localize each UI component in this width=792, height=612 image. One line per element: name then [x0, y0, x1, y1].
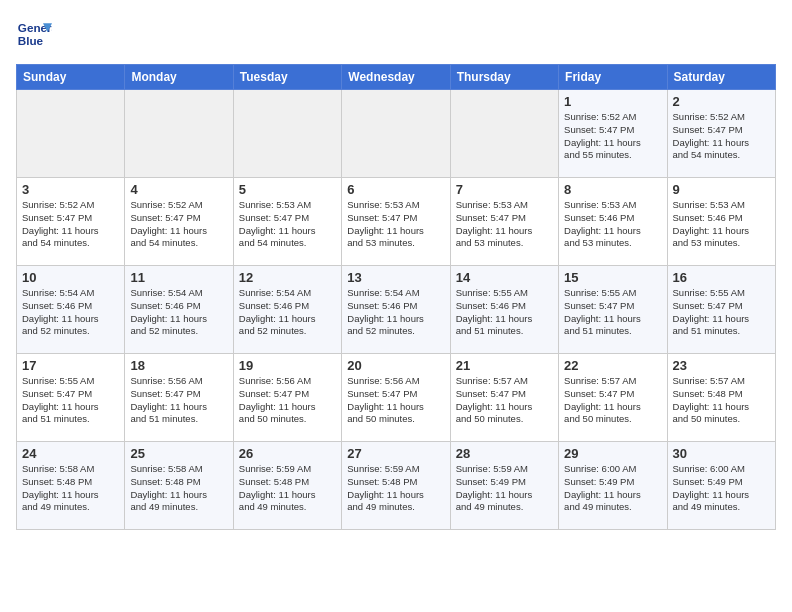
weekday-header: Sunday	[17, 65, 125, 90]
day-info: Sunrise: 5:59 AM Sunset: 5:48 PM Dayligh…	[239, 463, 336, 514]
day-info: Sunrise: 5:53 AM Sunset: 5:47 PM Dayligh…	[239, 199, 336, 250]
calendar-week: 1Sunrise: 5:52 AM Sunset: 5:47 PM Daylig…	[17, 90, 776, 178]
weekday-header: Thursday	[450, 65, 558, 90]
day-number: 3	[22, 182, 119, 197]
day-info: Sunrise: 5:55 AM Sunset: 5:47 PM Dayligh…	[673, 287, 770, 338]
day-info: Sunrise: 5:56 AM Sunset: 5:47 PM Dayligh…	[130, 375, 227, 426]
day-number: 29	[564, 446, 661, 461]
calendar-cell	[125, 90, 233, 178]
calendar-body: 1Sunrise: 5:52 AM Sunset: 5:47 PM Daylig…	[17, 90, 776, 530]
day-number: 4	[130, 182, 227, 197]
calendar-week: 17Sunrise: 5:55 AM Sunset: 5:47 PM Dayli…	[17, 354, 776, 442]
day-number: 19	[239, 358, 336, 373]
calendar-header: SundayMondayTuesdayWednesdayThursdayFrid…	[17, 65, 776, 90]
day-number: 18	[130, 358, 227, 373]
day-info: Sunrise: 5:57 AM Sunset: 5:47 PM Dayligh…	[456, 375, 553, 426]
calendar-cell: 24Sunrise: 5:58 AM Sunset: 5:48 PM Dayli…	[17, 442, 125, 530]
calendar-cell: 4Sunrise: 5:52 AM Sunset: 5:47 PM Daylig…	[125, 178, 233, 266]
day-number: 10	[22, 270, 119, 285]
calendar-cell: 15Sunrise: 5:55 AM Sunset: 5:47 PM Dayli…	[559, 266, 667, 354]
day-info: Sunrise: 5:53 AM Sunset: 5:47 PM Dayligh…	[347, 199, 444, 250]
weekday-header: Friday	[559, 65, 667, 90]
day-info: Sunrise: 5:52 AM Sunset: 5:47 PM Dayligh…	[130, 199, 227, 250]
day-number: 16	[673, 270, 770, 285]
calendar-cell	[342, 90, 450, 178]
svg-text:Blue: Blue	[18, 34, 44, 47]
calendar-cell: 29Sunrise: 6:00 AM Sunset: 5:49 PM Dayli…	[559, 442, 667, 530]
day-info: Sunrise: 5:52 AM Sunset: 5:47 PM Dayligh…	[22, 199, 119, 250]
day-number: 17	[22, 358, 119, 373]
day-info: Sunrise: 5:54 AM Sunset: 5:46 PM Dayligh…	[239, 287, 336, 338]
calendar-cell: 8Sunrise: 5:53 AM Sunset: 5:46 PM Daylig…	[559, 178, 667, 266]
calendar-cell: 18Sunrise: 5:56 AM Sunset: 5:47 PM Dayli…	[125, 354, 233, 442]
day-info: Sunrise: 5:57 AM Sunset: 5:47 PM Dayligh…	[564, 375, 661, 426]
day-info: Sunrise: 5:52 AM Sunset: 5:47 PM Dayligh…	[564, 111, 661, 162]
calendar-cell: 7Sunrise: 5:53 AM Sunset: 5:47 PM Daylig…	[450, 178, 558, 266]
day-number: 21	[456, 358, 553, 373]
day-number: 30	[673, 446, 770, 461]
day-info: Sunrise: 6:00 AM Sunset: 5:49 PM Dayligh…	[564, 463, 661, 514]
day-info: Sunrise: 5:54 AM Sunset: 5:46 PM Dayligh…	[130, 287, 227, 338]
logo-icon: General Blue	[16, 16, 52, 52]
calendar-cell: 30Sunrise: 6:00 AM Sunset: 5:49 PM Dayli…	[667, 442, 775, 530]
calendar-cell: 11Sunrise: 5:54 AM Sunset: 5:46 PM Dayli…	[125, 266, 233, 354]
day-number: 11	[130, 270, 227, 285]
day-number: 26	[239, 446, 336, 461]
calendar-cell: 17Sunrise: 5:55 AM Sunset: 5:47 PM Dayli…	[17, 354, 125, 442]
day-info: Sunrise: 5:54 AM Sunset: 5:46 PM Dayligh…	[347, 287, 444, 338]
day-info: Sunrise: 5:55 AM Sunset: 5:47 PM Dayligh…	[564, 287, 661, 338]
calendar-cell: 5Sunrise: 5:53 AM Sunset: 5:47 PM Daylig…	[233, 178, 341, 266]
weekday-header: Wednesday	[342, 65, 450, 90]
calendar-cell: 23Sunrise: 5:57 AM Sunset: 5:48 PM Dayli…	[667, 354, 775, 442]
page-header: General Blue	[16, 16, 776, 52]
day-number: 25	[130, 446, 227, 461]
calendar-cell: 6Sunrise: 5:53 AM Sunset: 5:47 PM Daylig…	[342, 178, 450, 266]
weekday-header: Monday	[125, 65, 233, 90]
day-info: Sunrise: 5:59 AM Sunset: 5:49 PM Dayligh…	[456, 463, 553, 514]
day-number: 1	[564, 94, 661, 109]
day-info: Sunrise: 6:00 AM Sunset: 5:49 PM Dayligh…	[673, 463, 770, 514]
day-number: 5	[239, 182, 336, 197]
day-number: 14	[456, 270, 553, 285]
day-number: 8	[564, 182, 661, 197]
calendar-cell: 2Sunrise: 5:52 AM Sunset: 5:47 PM Daylig…	[667, 90, 775, 178]
calendar-cell: 14Sunrise: 5:55 AM Sunset: 5:46 PM Dayli…	[450, 266, 558, 354]
logo: General Blue	[16, 16, 52, 52]
day-info: Sunrise: 5:52 AM Sunset: 5:47 PM Dayligh…	[673, 111, 770, 162]
calendar-week: 10Sunrise: 5:54 AM Sunset: 5:46 PM Dayli…	[17, 266, 776, 354]
day-info: Sunrise: 5:54 AM Sunset: 5:46 PM Dayligh…	[22, 287, 119, 338]
calendar-cell: 13Sunrise: 5:54 AM Sunset: 5:46 PM Dayli…	[342, 266, 450, 354]
day-number: 24	[22, 446, 119, 461]
calendar-cell: 25Sunrise: 5:58 AM Sunset: 5:48 PM Dayli…	[125, 442, 233, 530]
day-number: 28	[456, 446, 553, 461]
day-info: Sunrise: 5:59 AM Sunset: 5:48 PM Dayligh…	[347, 463, 444, 514]
day-info: Sunrise: 5:55 AM Sunset: 5:47 PM Dayligh…	[22, 375, 119, 426]
day-info: Sunrise: 5:57 AM Sunset: 5:48 PM Dayligh…	[673, 375, 770, 426]
day-info: Sunrise: 5:53 AM Sunset: 5:47 PM Dayligh…	[456, 199, 553, 250]
calendar-cell	[233, 90, 341, 178]
calendar-cell: 22Sunrise: 5:57 AM Sunset: 5:47 PM Dayli…	[559, 354, 667, 442]
calendar-cell: 21Sunrise: 5:57 AM Sunset: 5:47 PM Dayli…	[450, 354, 558, 442]
day-number: 6	[347, 182, 444, 197]
calendar-cell: 27Sunrise: 5:59 AM Sunset: 5:48 PM Dayli…	[342, 442, 450, 530]
day-number: 13	[347, 270, 444, 285]
calendar-cell: 16Sunrise: 5:55 AM Sunset: 5:47 PM Dayli…	[667, 266, 775, 354]
day-number: 12	[239, 270, 336, 285]
day-info: Sunrise: 5:55 AM Sunset: 5:46 PM Dayligh…	[456, 287, 553, 338]
calendar-cell	[17, 90, 125, 178]
day-info: Sunrise: 5:58 AM Sunset: 5:48 PM Dayligh…	[22, 463, 119, 514]
day-number: 15	[564, 270, 661, 285]
calendar-cell: 26Sunrise: 5:59 AM Sunset: 5:48 PM Dayli…	[233, 442, 341, 530]
calendar-cell: 12Sunrise: 5:54 AM Sunset: 5:46 PM Dayli…	[233, 266, 341, 354]
day-number: 7	[456, 182, 553, 197]
day-info: Sunrise: 5:56 AM Sunset: 5:47 PM Dayligh…	[347, 375, 444, 426]
calendar-cell: 28Sunrise: 5:59 AM Sunset: 5:49 PM Dayli…	[450, 442, 558, 530]
weekday-header: Saturday	[667, 65, 775, 90]
day-info: Sunrise: 5:53 AM Sunset: 5:46 PM Dayligh…	[564, 199, 661, 250]
day-number: 23	[673, 358, 770, 373]
calendar-cell: 10Sunrise: 5:54 AM Sunset: 5:46 PM Dayli…	[17, 266, 125, 354]
calendar-week: 3Sunrise: 5:52 AM Sunset: 5:47 PM Daylig…	[17, 178, 776, 266]
weekday-header: Tuesday	[233, 65, 341, 90]
calendar-cell: 19Sunrise: 5:56 AM Sunset: 5:47 PM Dayli…	[233, 354, 341, 442]
calendar-cell: 3Sunrise: 5:52 AM Sunset: 5:47 PM Daylig…	[17, 178, 125, 266]
